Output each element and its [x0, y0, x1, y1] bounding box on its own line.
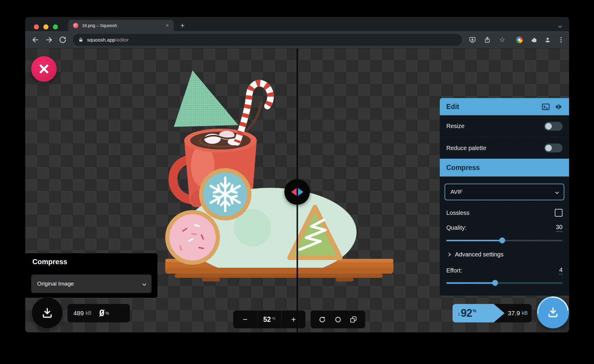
squoosh-editor-canvas: Edit: [25, 48, 569, 332]
original-size-unit: kB: [86, 310, 92, 316]
address-bar[interactable]: squoosh.app/editor: [73, 34, 462, 46]
browser-toolbar: squoosh.app/editor ☆: [25, 31, 569, 48]
install-app-icon: [469, 36, 476, 43]
effort-slider[interactable]: [446, 280, 563, 286]
chevron-down-icon: [142, 282, 146, 286]
original-panel-body: Original Image: [25, 270, 157, 298]
effort-slider-fill: [446, 282, 495, 284]
close-image-button[interactable]: [31, 56, 57, 82]
reload-button[interactable]: [59, 36, 67, 44]
reduce-palette-toggle[interactable]: [544, 144, 563, 152]
plus-icon: +: [291, 315, 296, 324]
compare-divider-handle[interactable]: [284, 179, 310, 205]
original-size-value: 489: [73, 310, 84, 317]
advanced-settings-toggle[interactable]: Advanced settings: [440, 247, 569, 261]
forward-arrow-icon: [45, 36, 53, 44]
traffic-light-minimize[interactable]: [43, 24, 48, 29]
share-icon: [484, 36, 491, 43]
original-panel: Compress Original Image: [25, 253, 157, 298]
image-preview[interactable]: [157, 67, 401, 286]
divider-left-arrow-icon: [291, 188, 297, 196]
compressed-size-value: 37.9: [508, 310, 520, 317]
zoom-controls: − 52 % +: [233, 311, 305, 328]
install-app-button[interactable]: [469, 36, 476, 44]
options-panel: Edit: [440, 48, 569, 332]
lossless-label: Lossless: [446, 209, 469, 216]
original-codec-value: Original Image: [37, 281, 74, 287]
browser-tab[interactable]: 18.png – Squoosh ×: [68, 20, 174, 31]
savings-percent-unit: %: [473, 308, 476, 313]
resize-toggle[interactable]: [544, 122, 563, 131]
color-wheel-extension-icon: [516, 37, 523, 43]
compress-panel-header: Compress: [440, 159, 569, 177]
profile-button[interactable]: [544, 36, 552, 44]
traffic-light-zoom[interactable]: [53, 24, 58, 29]
lossless-checkbox[interactable]: [555, 209, 563, 217]
codec-select-value: AVIF: [450, 189, 463, 195]
tab-strip: 18.png – Squoosh × +: [25, 17, 569, 31]
quality-value[interactable]: 30: [556, 224, 563, 232]
rotate-button[interactable]: [318, 316, 326, 324]
quality-slider[interactable]: [446, 237, 563, 243]
edit-panel-title: Edit: [446, 103, 459, 111]
compressed-result-badge: ↓ 92 % 37.9 kB: [453, 304, 532, 322]
url-path: /editor: [115, 37, 129, 42]
reduce-palette-label: Reduce palette: [446, 145, 486, 152]
browser-menu-button[interactable]: [557, 36, 565, 44]
compress-panel-title: Compress: [446, 164, 480, 172]
minus-icon: −: [243, 315, 248, 324]
zoom-value: 52: [263, 316, 271, 324]
puzzle-extension-icon: [531, 36, 538, 43]
background-toggle-button[interactable]: [349, 316, 357, 324]
traffic-light-close[interactable]: [34, 24, 39, 29]
extensions-button[interactable]: [530, 36, 538, 44]
original-delta-unit: %: [105, 311, 109, 316]
zoom-in-button[interactable]: +: [281, 311, 305, 328]
circle-view-button[interactable]: [334, 316, 342, 324]
tab-close-icon[interactable]: ×: [164, 22, 171, 29]
original-panel-header: Compress: [25, 253, 157, 270]
lock-icon: [78, 37, 83, 42]
screenshot-stage: 18.png – Squoosh × +: [0, 0, 594, 364]
download-icon: [547, 306, 559, 319]
quality-row: Quality: 30: [440, 222, 569, 234]
zoom-out-button[interactable]: −: [233, 311, 257, 328]
browser-window: 18.png – Squoosh × +: [25, 17, 569, 333]
divider-right-arrow-icon: [298, 188, 303, 196]
original-size-badge: 489 kB 0 %: [67, 304, 130, 322]
savings-percent-value: 92: [461, 307, 472, 319]
original-delta-value: 0: [99, 308, 104, 319]
terminal-icon[interactable]: [542, 103, 550, 111]
tab-search-chevron-icon[interactable]: [558, 24, 562, 28]
quality-slider-knob[interactable]: [499, 237, 505, 243]
advanced-settings-label: Advanced settings: [455, 251, 503, 258]
codec-select[interactable]: AVIF: [445, 184, 564, 200]
resize-label: Resize: [446, 123, 464, 130]
two-up-compare-icon[interactable]: [554, 103, 563, 111]
view-tools: [311, 311, 365, 328]
back-button[interactable]: [31, 36, 40, 44]
compressed-size-unit: kB: [522, 310, 528, 316]
tab-title: 18.png – Squoosh: [82, 23, 164, 28]
reduce-palette-row: Reduce palette: [440, 137, 569, 159]
url-domain: squoosh.app: [87, 37, 115, 42]
url-text: squoosh.app/editor: [87, 37, 129, 43]
chevron-down-icon: [555, 190, 559, 194]
original-codec-select[interactable]: Original Image: [31, 275, 152, 293]
new-tab-button[interactable]: +: [177, 21, 188, 31]
download-compressed-button[interactable]: [537, 296, 569, 328]
download-icon: [41, 307, 53, 319]
effort-slider-knob[interactable]: [492, 280, 498, 286]
extension-colorwheel-button[interactable]: [516, 36, 523, 44]
share-button[interactable]: [483, 36, 491, 44]
squoosh-favicon-icon: [73, 23, 78, 28]
chevron-right-icon: [447, 253, 451, 256]
three-dot-menu-icon: [557, 36, 565, 43]
download-original-button[interactable]: [32, 297, 63, 328]
original-panel-title: Compress: [32, 258, 67, 266]
effort-label: Effort:: [446, 267, 462, 274]
forward-button[interactable]: [45, 36, 53, 44]
effort-value[interactable]: 4: [559, 267, 563, 275]
compressed-size: 37.9 kB: [508, 304, 528, 322]
bookmark-button[interactable]: ☆: [498, 36, 506, 44]
